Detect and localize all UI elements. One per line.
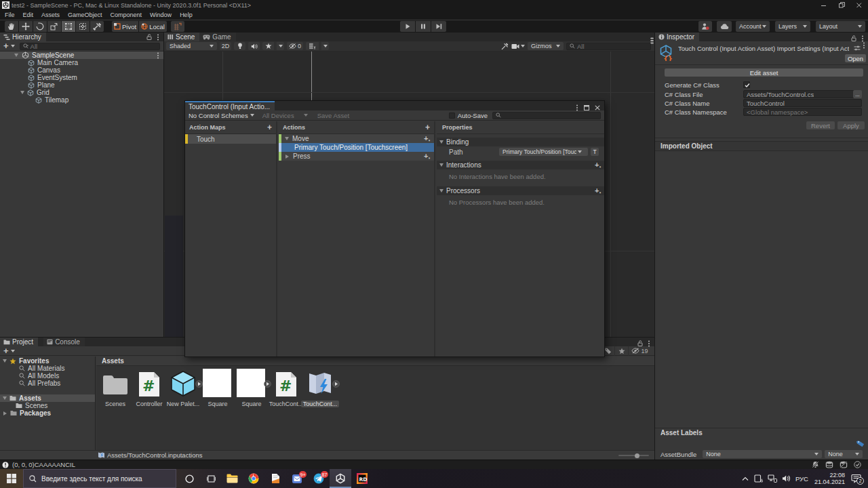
tree-all-models[interactable]: All Models bbox=[0, 372, 95, 380]
apply-button[interactable]: Apply bbox=[837, 121, 865, 129]
notifications-muted-icon[interactable] bbox=[812, 461, 819, 468]
save-asset-button[interactable]: Save Asset bbox=[317, 112, 350, 119]
notification-center-button[interactable]: 2 bbox=[851, 474, 861, 483]
revert-button[interactable]: Revert bbox=[806, 121, 835, 129]
tray-network-icon[interactable] bbox=[768, 474, 777, 483]
taskbar-explorer[interactable] bbox=[221, 469, 243, 488]
local-toggle-button[interactable]: Local bbox=[139, 21, 167, 32]
menu-file[interactable]: File bbox=[1, 10, 19, 20]
2d-toggle-button[interactable]: 2D bbox=[220, 42, 231, 50]
interactions-section-header[interactable]: Interactions +․ bbox=[437, 161, 604, 169]
grid-caret-button[interactable] bbox=[321, 42, 329, 50]
pause-button[interactable] bbox=[416, 21, 431, 32]
label-tag-icon[interactable] bbox=[856, 440, 865, 448]
start-button[interactable] bbox=[0, 469, 23, 488]
open-button[interactable]: Open bbox=[845, 54, 866, 62]
tree-packages[interactable]: Packages bbox=[0, 409, 95, 417]
hierarchy-menu-icon[interactable] bbox=[157, 37, 159, 38]
lock-icon[interactable] bbox=[146, 34, 152, 40]
scene-audio-button[interactable] bbox=[248, 42, 260, 50]
scale-tool-button[interactable] bbox=[47, 21, 61, 32]
play-button[interactable] bbox=[400, 21, 415, 32]
cache-server-icon[interactable] bbox=[825, 461, 833, 468]
minimize-button[interactable] bbox=[815, 3, 833, 8]
scene-effects-button[interactable] bbox=[262, 42, 274, 50]
tray-expand-icon[interactable] bbox=[742, 476, 749, 481]
create-object-button[interactable]: + bbox=[3, 43, 9, 49]
menu-help[interactable]: Help bbox=[176, 10, 197, 20]
path-text-toggle-button[interactable]: T bbox=[591, 148, 599, 156]
cache-server-disconnected-icon[interactable] bbox=[840, 461, 848, 468]
tree-item-eventsystem[interactable]: EventSystem bbox=[0, 74, 163, 81]
menu-component[interactable]: Component bbox=[106, 10, 146, 20]
auto-save-checkbox[interactable] bbox=[449, 113, 455, 119]
tree-all-prefabs[interactable]: All Prefabs bbox=[0, 380, 95, 387]
close-window-icon[interactable] bbox=[595, 105, 600, 110]
step-button[interactable] bbox=[431, 21, 446, 32]
hand-tool-button[interactable] bbox=[5, 21, 18, 32]
add-action-map-button[interactable]: + bbox=[267, 125, 272, 131]
account-dropdown[interactable]: Account bbox=[736, 21, 770, 32]
scene-tools-icon[interactable] bbox=[501, 43, 509, 50]
hierarchy-search-input[interactable]: All bbox=[20, 43, 160, 50]
close-button[interactable] bbox=[850, 3, 868, 8]
actions-search-input[interactable] bbox=[492, 112, 601, 119]
rect-tool-button[interactable] bbox=[62, 21, 75, 32]
tree-scenes[interactable]: Scenes bbox=[0, 402, 95, 409]
shading-mode-dropdown[interactable]: Shaded bbox=[166, 42, 217, 50]
tab-inspector[interactable]: Inspector bbox=[655, 33, 699, 41]
tree-item-main-camera[interactable]: Main Camera bbox=[0, 59, 163, 66]
tree-item-plane[interactable]: Plane bbox=[0, 81, 163, 89]
tree-item-tilemap[interactable]: Tilemap bbox=[0, 96, 163, 104]
project-menu-icon[interactable] bbox=[648, 343, 650, 344]
tree-item-canvas[interactable]: Canvas bbox=[0, 66, 163, 74]
hidden-packages-button[interactable]: 19 bbox=[628, 346, 651, 356]
effects-caret-button[interactable] bbox=[277, 42, 284, 50]
add-binding-press-button[interactable]: +․ bbox=[424, 152, 431, 161]
press-foldout-icon[interactable] bbox=[285, 155, 289, 159]
asset-item-touchcontrol-inputactions[interactable]: TouchCont... bbox=[304, 369, 336, 409]
taskbar-telegram[interactable]: 87 bbox=[308, 469, 330, 488]
scene-search-input[interactable]: All bbox=[566, 43, 651, 50]
asset-labels-header[interactable]: Asset Labels bbox=[655, 428, 868, 437]
tree-assets[interactable]: Assets bbox=[0, 394, 95, 402]
actions-window-menu-icon[interactable] bbox=[576, 107, 578, 108]
path-dropdown[interactable]: Primary Touch/Position [Touc bbox=[499, 148, 588, 156]
scene-lighting-button[interactable] bbox=[234, 42, 245, 50]
control-schemes-dropdown[interactable]: No Control Schemes bbox=[189, 112, 254, 119]
zoom-slider-knob[interactable] bbox=[635, 453, 639, 458]
menu-gameobject[interactable]: GameObject bbox=[64, 10, 106, 20]
tree-item-grid[interactable]: Grid bbox=[0, 89, 163, 96]
tab-console[interactable]: Console bbox=[43, 338, 85, 346]
grid-foldout-icon[interactable] bbox=[20, 91, 24, 94]
devices-dropdown[interactable]: All Devices bbox=[262, 112, 308, 119]
tray-tablet-icon[interactable] bbox=[754, 474, 763, 483]
lock-icon[interactable] bbox=[851, 35, 856, 41]
class-file-field[interactable]: Assets/TouchControl.cs bbox=[743, 90, 856, 98]
packages-foldout-icon[interactable] bbox=[3, 411, 7, 415]
favorites-foldout-icon[interactable] bbox=[3, 359, 7, 363]
favorites-filter-button[interactable] bbox=[614, 346, 628, 356]
tray-clock[interactable]: 22:08 21.04.2021 bbox=[814, 472, 845, 486]
scene-camera-dropdown[interactable] bbox=[511, 43, 525, 49]
menu-window[interactable]: Window bbox=[146, 10, 176, 20]
samplescene-menu-icon[interactable] bbox=[157, 55, 159, 56]
create-asset-button[interactable]: + bbox=[3, 348, 9, 354]
thumbnail-zoom-slider[interactable] bbox=[618, 455, 649, 456]
move-foldout-icon[interactable] bbox=[285, 137, 289, 140]
import-settings-menu-icon[interactable] bbox=[863, 45, 865, 46]
tab-game[interactable]: Game bbox=[199, 33, 235, 41]
add-interaction-button[interactable]: +․ bbox=[595, 161, 601, 169]
layout-dropdown[interactable]: Layout bbox=[816, 21, 865, 32]
move-tool-button[interactable] bbox=[19, 21, 33, 32]
generate-class-checkbox[interactable] bbox=[743, 81, 750, 88]
background-tasks-icon[interactable] bbox=[854, 461, 861, 468]
cloud-button[interactable] bbox=[717, 21, 732, 32]
assets-foldout-icon[interactable] bbox=[3, 396, 7, 400]
collab-button[interactable] bbox=[698, 21, 712, 32]
cortana-button[interactable] bbox=[178, 469, 201, 488]
taskbar-chrome[interactable] bbox=[243, 469, 264, 488]
tab-touchcontrol[interactable]: TouchControl (Input Actio... bbox=[185, 101, 275, 110]
add-processor-button[interactable]: +․ bbox=[595, 186, 601, 195]
processors-section-header[interactable]: Processors +․ bbox=[437, 186, 604, 195]
